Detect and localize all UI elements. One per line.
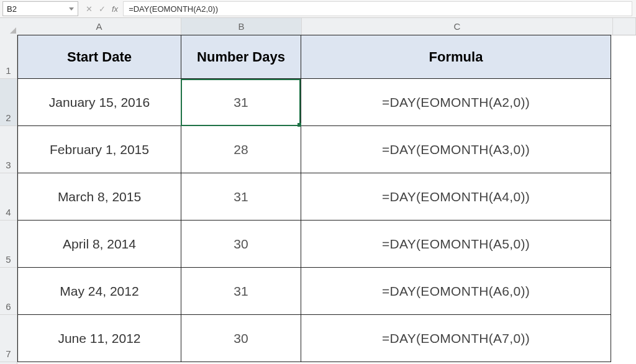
cell-A3[interactable]: February 1, 2015 — [17, 126, 181, 173]
cell-B1[interactable]: Number Days — [181, 35, 301, 79]
cell-A2[interactable]: January 15, 2016 — [17, 79, 181, 126]
cell-A5[interactable]: April 8, 2014 — [17, 221, 181, 268]
cell-A4[interactable]: March 8, 2015 — [17, 173, 181, 221]
name-box-value: B2 — [7, 4, 17, 14]
select-all-corner[interactable] — [0, 18, 18, 35]
formula-input-value: =DAY(EOMONTH(A2,0)) — [129, 4, 218, 14]
row-header-1[interactable]: 1 — [0, 35, 17, 79]
col-header-C[interactable]: C — [302, 18, 613, 35]
cell-B3[interactable]: 28 — [181, 126, 301, 173]
chevron-down-icon[interactable] — [69, 7, 74, 11]
cell-C2[interactable]: =DAY(EOMONTH(A2,0)) — [301, 79, 611, 126]
column-headers: A B C — [17, 18, 636, 35]
row-header-6[interactable]: 6 — [0, 268, 17, 315]
col-header-blank[interactable] — [613, 18, 636, 35]
cell-A7[interactable]: June 11, 2012 — [17, 315, 181, 362]
formula-bar: B2 ✕ ✓ fx =DAY(EOMONTH(A2,0)) — [0, 0, 636, 18]
cell-C5[interactable]: =DAY(EOMONTH(A5,0)) — [301, 221, 611, 268]
cancel-icon[interactable]: ✕ — [86, 4, 93, 14]
formula-input[interactable]: =DAY(EOMONTH(A2,0)) — [123, 1, 632, 16]
spreadsheet: A B C 1 2 3 4 5 6 7 8 Start Date Number … — [0, 18, 636, 364]
cell-C1[interactable]: Formula — [301, 35, 611, 79]
name-box[interactable]: B2 — [2, 1, 78, 16]
row-header-2[interactable]: 2 — [0, 79, 17, 126]
cell-C4[interactable]: =DAY(EOMONTH(A4,0)) — [301, 173, 611, 221]
cell-B6[interactable]: 31 — [181, 268, 301, 315]
col-header-A[interactable]: A — [17, 18, 181, 35]
cell-B5[interactable]: 30 — [181, 221, 301, 268]
row-header-4[interactable]: 4 — [0, 173, 17, 221]
cell-B7[interactable]: 30 — [181, 315, 301, 362]
fx-icon[interactable]: fx — [112, 4, 118, 14]
col-header-B[interactable]: B — [181, 18, 302, 35]
cell-B4[interactable]: 31 — [181, 173, 301, 221]
formula-bar-icons: ✕ ✓ fx — [81, 4, 123, 14]
row-header-3[interactable]: 3 — [0, 126, 17, 173]
cell-A6[interactable]: May 24, 2012 — [17, 268, 181, 315]
row-header-5[interactable]: 5 — [0, 221, 17, 268]
cell-C6[interactable]: =DAY(EOMONTH(A6,0)) — [301, 268, 611, 315]
cell-grid[interactable]: Start Date Number Days Formula January 1… — [17, 35, 636, 362]
row-header-7[interactable]: 7 — [0, 315, 17, 362]
accept-icon[interactable]: ✓ — [99, 4, 106, 14]
cell-B2[interactable]: 31 — [181, 79, 301, 126]
row-headers: 1 2 3 4 5 6 7 8 — [0, 35, 17, 364]
cell-A1[interactable]: Start Date — [17, 35, 181, 79]
cell-C7[interactable]: =DAY(EOMONTH(A7,0)) — [301, 315, 611, 362]
cell-C3[interactable]: =DAY(EOMONTH(A3,0)) — [301, 126, 611, 173]
